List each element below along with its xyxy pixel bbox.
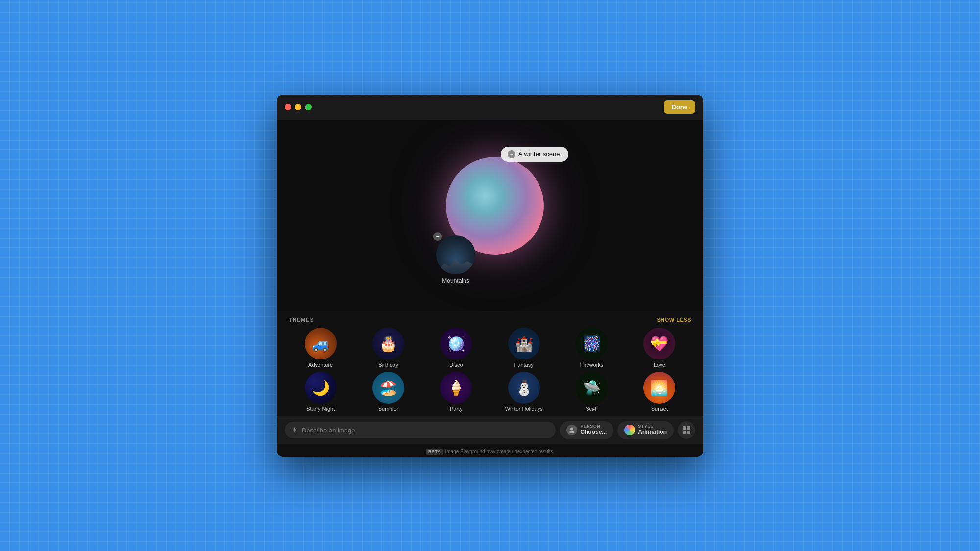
beta-badge: BETA: [426, 449, 443, 455]
back-button[interactable]: ‹: [304, 101, 308, 113]
themes-title: THEMES: [289, 317, 314, 323]
winter-scene-bubble: A winter scene.: [501, 147, 568, 162]
theme-icon-love: 💝: [643, 328, 675, 359]
theme-item-summer[interactable]: 🏖️ Summer: [356, 372, 420, 412]
theme-label-winter-holidays: Winter Holidays: [505, 406, 543, 412]
person-avatar-icon: [566, 425, 577, 435]
themes-grid: 🚙 Adventure 🎂 Birthday 🪩 Disco 🏰 Fantasy: [289, 328, 691, 412]
person-text-group: PERSON Choose...: [580, 424, 607, 436]
theme-item-winter-holidays[interactable]: ⛄ Winter Holidays: [492, 372, 556, 412]
mountains-container: − Mountains: [436, 235, 475, 284]
prompt-input-container[interactable]: ✦: [285, 422, 556, 438]
theme-icon-disco: 🪩: [440, 328, 472, 359]
theme-icon-birthday: 🎂: [372, 328, 404, 359]
theme-label-scifi: Sci-fi: [586, 406, 597, 412]
sparkle-icon: ✦: [292, 426, 298, 434]
gallery-button[interactable]: [678, 421, 695, 439]
theme-icon-scifi: 🛸: [576, 372, 608, 404]
theme-item-fantasy[interactable]: 🏰 Fantasy: [492, 328, 556, 368]
show-less-button[interactable]: SHOW LESS: [657, 317, 691, 323]
svg-rect-2: [683, 426, 686, 430]
style-button[interactable]: STYLE Animation: [617, 421, 674, 439]
svg-rect-5: [687, 431, 690, 434]
mountains-image: [436, 235, 475, 274]
orb-container: A winter scene. − Mountains: [407, 137, 573, 294]
theme-icon-summer: 🏖️: [372, 372, 404, 404]
beta-bar: BETAImage Playground may create unexpect…: [277, 444, 703, 457]
style-label: STYLE: [638, 424, 654, 429]
person-value: Choose...: [580, 429, 607, 436]
themes-section: THEMES SHOW LESS 🚙 Adventure 🎂 Birthday …: [277, 311, 703, 416]
theme-item-adventure[interactable]: 🚙 Adventure: [289, 328, 352, 368]
theme-item-birthday[interactable]: 🎂 Birthday: [356, 328, 420, 368]
themes-header: THEMES SHOW LESS: [289, 317, 691, 323]
theme-label-love: Love: [654, 362, 665, 368]
prompt-input[interactable]: [302, 427, 549, 434]
person-label: PERSON: [580, 424, 600, 429]
svg-rect-4: [683, 431, 686, 434]
theme-label-sunset: Sunset: [651, 406, 668, 412]
beta-notice: BETAImage Playground may create unexpect…: [426, 449, 555, 454]
theme-item-fireworks[interactable]: 🎆 Fireworks: [560, 328, 623, 368]
svg-point-1: [569, 431, 574, 434]
done-button[interactable]: Done: [664, 100, 696, 114]
bottom-bar: ✦ PERSON Choose... STYLE: [277, 416, 703, 444]
theme-label-fireworks: Fireworks: [580, 362, 604, 368]
mountains-label: Mountains: [442, 277, 469, 284]
person-button[interactable]: PERSON Choose...: [560, 421, 613, 439]
close-button[interactable]: [285, 104, 291, 110]
style-color-icon: [624, 425, 635, 435]
theme-item-disco[interactable]: 🪩 Disco: [424, 328, 488, 368]
theme-item-scifi[interactable]: 🛸 Sci-fi: [560, 372, 623, 412]
style-text-group: STYLE Animation: [638, 424, 667, 436]
bubble-text: A winter scene.: [518, 150, 562, 158]
theme-item-party[interactable]: 🍦 Party: [424, 372, 488, 412]
theme-item-starry-night[interactable]: 🌙 Starry Night: [289, 372, 352, 412]
svg-rect-3: [687, 426, 690, 430]
titlebar: ‹ Done: [277, 95, 703, 120]
chevron-left-icon: ‹: [304, 101, 308, 113]
theme-label-fantasy: Fantasy: [514, 362, 534, 368]
theme-label-party: Party: [450, 406, 463, 412]
theme-label-birthday: Birthday: [378, 362, 398, 368]
app-window: ‹ Done A winter scene. − Mountain: [277, 95, 703, 457]
main-content: A winter scene. − Mountains THEMES SHOW …: [277, 120, 703, 457]
theme-icon-party: 🍦: [440, 372, 472, 404]
theme-icon-fireworks: 🎆: [576, 328, 608, 359]
theme-label-disco: Disco: [449, 362, 463, 368]
canvas-area: A winter scene. − Mountains: [277, 120, 703, 311]
minimize-button[interactable]: [295, 104, 301, 110]
theme-label-starry-night: Starry Night: [306, 406, 335, 412]
theme-label-adventure: Adventure: [308, 362, 333, 368]
theme-label-summer: Summer: [378, 406, 399, 412]
theme-icon-sunset: 🌅: [643, 372, 675, 404]
theme-icon-fantasy: 🏰: [508, 328, 540, 359]
theme-icon-starry-night: 🌙: [305, 372, 337, 404]
theme-item-love[interactable]: 💝 Love: [628, 328, 691, 368]
svg-point-0: [570, 428, 573, 431]
remove-mountains-badge[interactable]: −: [433, 232, 442, 241]
theme-icon-winter: ⛄: [508, 372, 540, 404]
mountains-img-wrap: −: [436, 235, 475, 274]
traffic-lights: [285, 104, 312, 110]
style-value: Animation: [638, 429, 667, 436]
theme-item-sunset[interactable]: 🌅 Sunset: [628, 372, 691, 412]
theme-icon-adventure: 🚙: [305, 328, 337, 359]
